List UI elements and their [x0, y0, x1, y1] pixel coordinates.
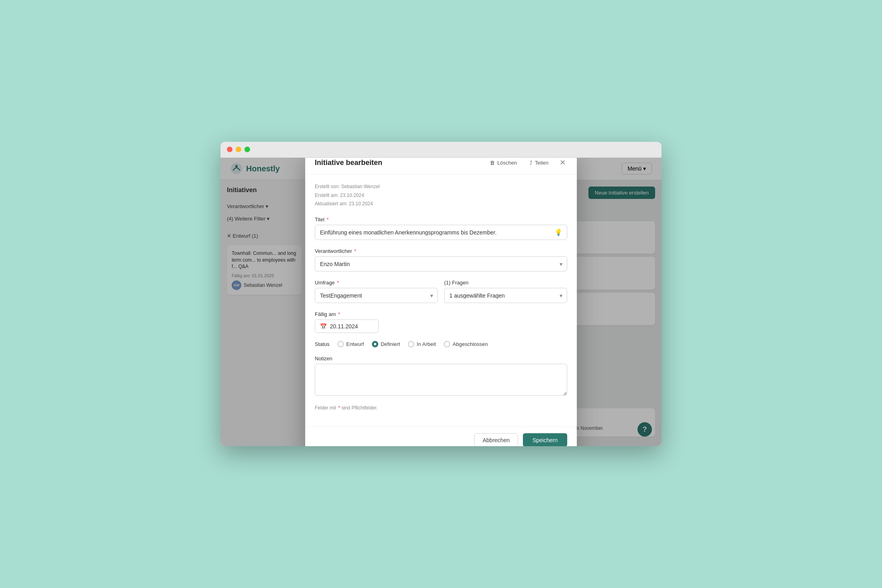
- status-group: Status Entwurf Definiert: [315, 341, 567, 347]
- trash-icon: 🗑: [490, 159, 495, 165]
- minimize-window-button[interactable]: [236, 147, 241, 152]
- survey-label: Umfrage *: [315, 279, 438, 285]
- calendar-icon: 📅: [320, 323, 327, 329]
- status-entwurf[interactable]: Entwurf: [338, 341, 364, 347]
- status-abgeschlossen[interactable]: Abgeschlossen: [444, 341, 488, 347]
- survey-select[interactable]: TestEngagement: [315, 288, 438, 303]
- cancel-button[interactable]: Abbrechen: [474, 433, 518, 446]
- close-modal-button[interactable]: ✕: [558, 158, 567, 168]
- survey-field-group: Umfrage * TestEngagement: [315, 279, 438, 303]
- notes-textarea[interactable]: [315, 364, 567, 395]
- status-definiert[interactable]: Definiert: [372, 341, 400, 347]
- save-button[interactable]: Speichern: [523, 433, 567, 446]
- questions-field-group: (1) Fragen 1 ausgewählte Fragen: [444, 279, 567, 303]
- due-date-required-star: *: [338, 311, 340, 317]
- meta-created-at: Erstellt am: 23.10.2024: [315, 191, 567, 200]
- due-date-input[interactable]: 📅 20.11.2024: [315, 319, 379, 333]
- notes-label: Notizen: [315, 355, 567, 361]
- radio-abgeschlossen-label: Abgeschlossen: [453, 341, 488, 347]
- radio-definiert-circle: [372, 341, 378, 347]
- radio-definiert-label: Definiert: [381, 341, 400, 347]
- title-label: Titel *: [315, 216, 567, 222]
- notes-field-group: Notizen: [315, 355, 567, 397]
- radio-in-arbeit-circle: [408, 341, 414, 347]
- delete-label: Löschen: [497, 159, 517, 165]
- share-button[interactable]: ⤴ Teilen: [526, 158, 552, 167]
- modal-title: Initiative bearbeiten: [315, 158, 382, 167]
- status-label: Status: [315, 341, 330, 347]
- meta-created-by: Erstellt von: Sebastian Wenzel: [315, 183, 567, 191]
- modal-header: Initiative bearbeiten 🗑 Löschen ⤴ Teilen…: [305, 158, 577, 175]
- required-note-star: *: [338, 405, 340, 410]
- initiative-edit-modal: Initiative bearbeiten 🗑 Löschen ⤴ Teilen…: [305, 158, 577, 447]
- title-field-group: Titel * 💡: [315, 216, 567, 240]
- survey-select-wrapper: TestEngagement: [315, 288, 438, 303]
- lightbulb-icon: 💡: [554, 228, 562, 236]
- share-label: Teilen: [535, 159, 548, 165]
- questions-select-wrapper: 1 ausgewählte Fragen: [444, 288, 567, 303]
- modal-body: Erstellt von: Sebastian Wenzel Erstellt …: [305, 175, 577, 427]
- responsible-label: Verantwortlicher *: [315, 248, 567, 254]
- survey-required-star: *: [337, 279, 339, 285]
- questions-select[interactable]: 1 ausgewählte Fragen: [444, 288, 567, 303]
- browser-content: Honestly Menü ▾ Initiativen Verantwortli…: [220, 158, 662, 447]
- modal-footer: Abbrechen Speichern: [305, 426, 577, 446]
- maximize-window-button[interactable]: [244, 147, 250, 152]
- traffic-lights: [227, 147, 250, 152]
- title-input[interactable]: [315, 224, 567, 240]
- radio-in-arbeit-label: In Arbeit: [417, 341, 436, 347]
- radio-entwurf-circle: [338, 341, 344, 347]
- close-window-button[interactable]: [227, 147, 232, 152]
- status-in-arbeit[interactable]: In Arbeit: [408, 341, 436, 347]
- questions-label: (1) Fragen: [444, 279, 567, 285]
- title-input-wrapper: 💡: [315, 224, 567, 240]
- due-date-label: Fällig am *: [315, 311, 567, 317]
- browser-titlebar: [220, 142, 662, 158]
- survey-questions-row: Umfrage * TestEngagement (1) Fragen: [315, 279, 567, 311]
- radio-entwurf-label: Entwurf: [346, 341, 364, 347]
- modal-header-actions: 🗑 Löschen ⤴ Teilen ✕: [487, 158, 567, 168]
- modal-meta: Erstellt von: Sebastian Wenzel Erstellt …: [315, 183, 567, 209]
- title-required-star: *: [327, 216, 329, 222]
- due-date-value: 20.11.2024: [330, 323, 358, 329]
- status-field-group: Status Entwurf Definiert: [315, 341, 567, 347]
- required-note: Felder mit * sind Pflichtfelder.: [315, 405, 567, 410]
- share-icon: ⤴: [530, 159, 532, 165]
- radio-abgeschlossen-circle: [444, 341, 450, 347]
- delete-button[interactable]: 🗑 Löschen: [487, 158, 520, 167]
- responsible-field-group: Verantwortlicher * Enzo Martin: [315, 248, 567, 271]
- responsible-select-wrapper: Enzo Martin: [315, 256, 567, 271]
- due-date-field-group: Fällig am * 📅 20.11.2024: [315, 311, 567, 333]
- meta-updated-at: Aktualisiert am: 23.10.2024: [315, 200, 567, 209]
- responsible-select[interactable]: Enzo Martin: [315, 256, 567, 271]
- responsible-required-star: *: [354, 248, 356, 254]
